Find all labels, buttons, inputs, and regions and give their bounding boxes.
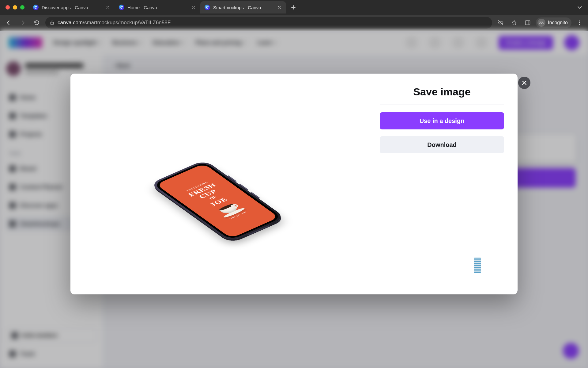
reload-icon bbox=[34, 20, 40, 26]
close-icon bbox=[277, 6, 281, 9]
svg-point-3 bbox=[579, 24, 580, 25]
phone-mockup: PRESENTING FRESH CUP OF JOE Come get som… bbox=[145, 126, 299, 242]
window-controls bbox=[2, 5, 29, 10]
nav-forward-button[interactable] bbox=[17, 17, 28, 28]
browser-tab-smartmockups[interactable]: Smartmockups - Canva bbox=[200, 1, 286, 13]
close-icon bbox=[522, 80, 527, 86]
sidepanel-button[interactable] bbox=[522, 17, 533, 28]
eye-off-icon bbox=[498, 20, 504, 26]
svg-rect-0 bbox=[526, 21, 530, 25]
incognito-icon bbox=[537, 19, 545, 27]
canva-favicon-icon bbox=[119, 5, 124, 10]
address-url: canva.com/smartmockups/mockup/VaTILZ6n58… bbox=[58, 20, 171, 26]
modal-title: Save image bbox=[380, 86, 504, 105]
nav-reload-button[interactable] bbox=[31, 17, 42, 28]
screen-design: PRESENTING FRESH CUP OF JOE Come get som… bbox=[171, 174, 264, 228]
loading-thumbnail-icon bbox=[474, 258, 481, 273]
browser-tab-home[interactable]: Home - Canva bbox=[115, 1, 200, 13]
new-tab-button[interactable] bbox=[288, 2, 298, 12]
chevron-down-icon bbox=[577, 5, 582, 10]
download-button[interactable]: Download bbox=[380, 136, 504, 153]
canva-favicon-icon bbox=[205, 5, 210, 10]
phone-body: PRESENTING FRESH CUP OF JOE Come get som… bbox=[149, 160, 286, 242]
save-image-modal: PRESENTING FRESH CUP OF JOE Come get som… bbox=[70, 74, 518, 294]
mockup-preview: PRESENTING FRESH CUP OF JOE Come get som… bbox=[70, 74, 374, 294]
sidepanel-icon bbox=[525, 20, 531, 26]
browser-chrome: Discover apps - Canva Home - Canva Smart… bbox=[0, 0, 588, 31]
modal-backdrop[interactable]: PRESENTING FRESH CUP OF JOE Come get som… bbox=[0, 31, 588, 368]
tabstrip: Discover apps - Canva Home - Canva Smart… bbox=[0, 0, 588, 15]
close-icon bbox=[106, 6, 110, 9]
modal-actions-panel: Save image Use in a design Download bbox=[374, 74, 518, 294]
arrow-left-icon bbox=[5, 19, 12, 26]
bookmark-button[interactable] bbox=[509, 17, 520, 28]
window-zoom-button[interactable] bbox=[20, 5, 24, 10]
kebab-icon bbox=[576, 20, 582, 26]
address-bar[interactable]: canva.com/smartmockups/mockup/VaTILZ6n58… bbox=[45, 17, 492, 29]
browser-menu-button[interactable] bbox=[574, 17, 585, 28]
browser-toolbar: canva.com/smartmockups/mockup/VaTILZ6n58… bbox=[0, 15, 588, 31]
phone-screen: PRESENTING FRESH CUP OF JOE Come get som… bbox=[156, 163, 279, 238]
tab-close-button[interactable] bbox=[191, 5, 196, 10]
tab-title: Discover apps - Canva bbox=[42, 5, 102, 10]
svg-point-2 bbox=[579, 22, 580, 23]
toolbar-actions: Incognito bbox=[495, 17, 585, 28]
tabstrip-overflow[interactable] bbox=[577, 5, 586, 10]
incognito-label: Incognito bbox=[548, 20, 568, 25]
use-in-design-button[interactable]: Use in a design bbox=[380, 112, 504, 129]
tab-close-button[interactable] bbox=[277, 5, 282, 10]
phone-side-buttons-icon bbox=[227, 175, 237, 182]
url-host: canva.com bbox=[58, 20, 83, 25]
lock-icon bbox=[50, 20, 55, 25]
tracking-off-button[interactable] bbox=[495, 17, 506, 28]
nav-back-button[interactable] bbox=[3, 17, 14, 28]
close-icon bbox=[192, 6, 195, 9]
incognito-indicator[interactable]: Incognito bbox=[536, 17, 571, 28]
star-icon bbox=[511, 20, 517, 26]
modal-close-button[interactable] bbox=[518, 77, 530, 89]
tab-close-button[interactable] bbox=[105, 5, 110, 10]
arrow-right-icon bbox=[19, 19, 26, 26]
plus-icon bbox=[291, 5, 296, 10]
tab-title: Smartmockups - Canva bbox=[213, 5, 274, 10]
tab-title: Home - Canva bbox=[127, 5, 188, 10]
window-minimize-button[interactable] bbox=[13, 5, 17, 10]
svg-point-1 bbox=[579, 21, 580, 21]
browser-tab-discover-apps[interactable]: Discover apps - Canva bbox=[29, 1, 115, 13]
page-viewport: Design spotlight Business Education Plan… bbox=[0, 31, 588, 368]
window-close-button[interactable] bbox=[6, 5, 10, 10]
url-path: /smartmockups/mockup/VaTILZ6n58F bbox=[83, 20, 171, 25]
canva-favicon-icon bbox=[33, 5, 39, 10]
